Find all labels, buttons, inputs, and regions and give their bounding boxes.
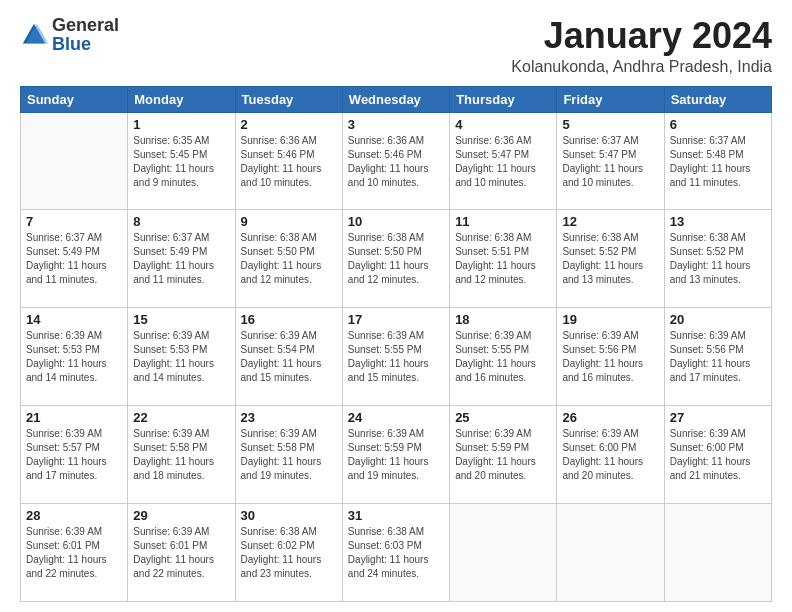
calendar-table: Sunday Monday Tuesday Wednesday Thursday… — [20, 86, 772, 602]
table-row: 8 Sunrise: 6:37 AM Sunset: 5:49 PM Dayli… — [128, 210, 235, 308]
sunrise-text: Sunrise: 6:39 AM — [133, 330, 209, 341]
calendar-week-row: 7 Sunrise: 6:37 AM Sunset: 5:49 PM Dayli… — [21, 210, 772, 308]
table-row: 14 Sunrise: 6:39 AM Sunset: 5:53 PM Dayl… — [21, 308, 128, 406]
day-number: 27 — [670, 410, 766, 425]
sunset-text: Sunset: 6:01 PM — [133, 540, 207, 551]
daylight-text: Daylight: 11 hours and 13 minutes. — [670, 260, 751, 285]
sunrise-text: Sunrise: 6:38 AM — [241, 232, 317, 243]
day-info: Sunrise: 6:37 AM Sunset: 5:49 PM Dayligh… — [133, 231, 229, 287]
table-row: 18 Sunrise: 6:39 AM Sunset: 5:55 PM Dayl… — [450, 308, 557, 406]
sunrise-text: Sunrise: 6:39 AM — [241, 330, 317, 341]
daylight-text: Daylight: 11 hours and 10 minutes. — [348, 163, 429, 188]
day-info: Sunrise: 6:39 AM Sunset: 5:58 PM Dayligh… — [133, 427, 229, 483]
sunrise-text: Sunrise: 6:38 AM — [348, 232, 424, 243]
day-number: 25 — [455, 410, 551, 425]
sunrise-text: Sunrise: 6:39 AM — [348, 428, 424, 439]
page: General Blue January 2024 Kolanukonda, A… — [0, 0, 792, 612]
day-info: Sunrise: 6:38 AM Sunset: 6:03 PM Dayligh… — [348, 525, 444, 581]
day-number: 3 — [348, 117, 444, 132]
day-number: 18 — [455, 312, 551, 327]
sunset-text: Sunset: 5:55 PM — [348, 344, 422, 355]
day-info: Sunrise: 6:39 AM Sunset: 6:01 PM Dayligh… — [133, 525, 229, 581]
sunrise-text: Sunrise: 6:39 AM — [348, 330, 424, 341]
sunrise-text: Sunrise: 6:39 AM — [241, 428, 317, 439]
sunrise-text: Sunrise: 6:38 AM — [455, 232, 531, 243]
daylight-text: Daylight: 11 hours and 10 minutes. — [241, 163, 322, 188]
day-info: Sunrise: 6:39 AM Sunset: 5:53 PM Dayligh… — [26, 329, 122, 385]
day-info: Sunrise: 6:37 AM Sunset: 5:49 PM Dayligh… — [26, 231, 122, 287]
day-info: Sunrise: 6:38 AM Sunset: 6:02 PM Dayligh… — [241, 525, 337, 581]
sunrise-text: Sunrise: 6:39 AM — [455, 428, 531, 439]
sunrise-text: Sunrise: 6:39 AM — [26, 428, 102, 439]
table-row — [21, 112, 128, 210]
table-row: 12 Sunrise: 6:38 AM Sunset: 5:52 PM Dayl… — [557, 210, 664, 308]
sunset-text: Sunset: 5:59 PM — [455, 442, 529, 453]
daylight-text: Daylight: 11 hours and 10 minutes. — [562, 163, 643, 188]
day-info: Sunrise: 6:39 AM Sunset: 5:57 PM Dayligh… — [26, 427, 122, 483]
day-number: 28 — [26, 508, 122, 523]
sunrise-text: Sunrise: 6:38 AM — [348, 526, 424, 537]
sunrise-text: Sunrise: 6:39 AM — [670, 428, 746, 439]
sunset-text: Sunset: 5:55 PM — [455, 344, 529, 355]
day-number: 20 — [670, 312, 766, 327]
calendar-week-row: 14 Sunrise: 6:39 AM Sunset: 5:53 PM Dayl… — [21, 308, 772, 406]
sunrise-text: Sunrise: 6:37 AM — [670, 135, 746, 146]
sunset-text: Sunset: 5:56 PM — [562, 344, 636, 355]
day-number: 29 — [133, 508, 229, 523]
table-row: 30 Sunrise: 6:38 AM Sunset: 6:02 PM Dayl… — [235, 504, 342, 602]
table-row: 26 Sunrise: 6:39 AM Sunset: 6:00 PM Dayl… — [557, 406, 664, 504]
table-row: 24 Sunrise: 6:39 AM Sunset: 5:59 PM Dayl… — [342, 406, 449, 504]
sunrise-text: Sunrise: 6:35 AM — [133, 135, 209, 146]
table-row: 19 Sunrise: 6:39 AM Sunset: 5:56 PM Dayl… — [557, 308, 664, 406]
sunrise-text: Sunrise: 6:39 AM — [133, 526, 209, 537]
table-row: 28 Sunrise: 6:39 AM Sunset: 6:01 PM Dayl… — [21, 504, 128, 602]
calendar-week-row: 1 Sunrise: 6:35 AM Sunset: 5:45 PM Dayli… — [21, 112, 772, 210]
table-row: 5 Sunrise: 6:37 AM Sunset: 5:47 PM Dayli… — [557, 112, 664, 210]
sunrise-text: Sunrise: 6:39 AM — [26, 330, 102, 341]
sunset-text: Sunset: 5:58 PM — [241, 442, 315, 453]
table-row: 15 Sunrise: 6:39 AM Sunset: 5:53 PM Dayl… — [128, 308, 235, 406]
day-number: 2 — [241, 117, 337, 132]
sunrise-text: Sunrise: 6:37 AM — [26, 232, 102, 243]
day-info: Sunrise: 6:37 AM Sunset: 5:47 PM Dayligh… — [562, 134, 658, 190]
table-row: 1 Sunrise: 6:35 AM Sunset: 5:45 PM Dayli… — [128, 112, 235, 210]
logo-blue: Blue — [52, 34, 91, 54]
day-number: 10 — [348, 214, 444, 229]
title-section: January 2024 Kolanukonda, Andhra Pradesh… — [511, 16, 772, 76]
daylight-text: Daylight: 11 hours and 17 minutes. — [670, 358, 751, 383]
day-info: Sunrise: 6:39 AM Sunset: 5:53 PM Dayligh… — [133, 329, 229, 385]
sunset-text: Sunset: 5:52 PM — [670, 246, 744, 257]
day-number: 26 — [562, 410, 658, 425]
daylight-text: Daylight: 11 hours and 23 minutes. — [241, 554, 322, 579]
sunset-text: Sunset: 5:49 PM — [133, 246, 207, 257]
sunset-text: Sunset: 5:45 PM — [133, 149, 207, 160]
table-row: 22 Sunrise: 6:39 AM Sunset: 5:58 PM Dayl… — [128, 406, 235, 504]
col-sunday: Sunday — [21, 86, 128, 112]
day-number: 17 — [348, 312, 444, 327]
table-row — [664, 504, 771, 602]
day-info: Sunrise: 6:38 AM Sunset: 5:50 PM Dayligh… — [348, 231, 444, 287]
daylight-text: Daylight: 11 hours and 16 minutes. — [562, 358, 643, 383]
table-row: 6 Sunrise: 6:37 AM Sunset: 5:48 PM Dayli… — [664, 112, 771, 210]
header: General Blue January 2024 Kolanukonda, A… — [20, 16, 772, 76]
sunset-text: Sunset: 5:54 PM — [241, 344, 315, 355]
day-number: 9 — [241, 214, 337, 229]
daylight-text: Daylight: 11 hours and 22 minutes. — [26, 554, 107, 579]
table-row: 9 Sunrise: 6:38 AM Sunset: 5:50 PM Dayli… — [235, 210, 342, 308]
daylight-text: Daylight: 11 hours and 11 minutes. — [26, 260, 107, 285]
table-row: 17 Sunrise: 6:39 AM Sunset: 5:55 PM Dayl… — [342, 308, 449, 406]
sunset-text: Sunset: 5:52 PM — [562, 246, 636, 257]
daylight-text: Daylight: 11 hours and 11 minutes. — [133, 260, 214, 285]
daylight-text: Daylight: 11 hours and 15 minutes. — [348, 358, 429, 383]
day-number: 8 — [133, 214, 229, 229]
calendar-header-row: Sunday Monday Tuesday Wednesday Thursday… — [21, 86, 772, 112]
day-number: 30 — [241, 508, 337, 523]
day-info: Sunrise: 6:39 AM Sunset: 6:00 PM Dayligh… — [670, 427, 766, 483]
day-info: Sunrise: 6:36 AM Sunset: 5:47 PM Dayligh… — [455, 134, 551, 190]
sunset-text: Sunset: 5:49 PM — [26, 246, 100, 257]
sunrise-text: Sunrise: 6:37 AM — [562, 135, 638, 146]
table-row: 20 Sunrise: 6:39 AM Sunset: 5:56 PM Dayl… — [664, 308, 771, 406]
sunrise-text: Sunrise: 6:38 AM — [241, 526, 317, 537]
calendar-week-row: 21 Sunrise: 6:39 AM Sunset: 5:57 PM Dayl… — [21, 406, 772, 504]
day-number: 22 — [133, 410, 229, 425]
